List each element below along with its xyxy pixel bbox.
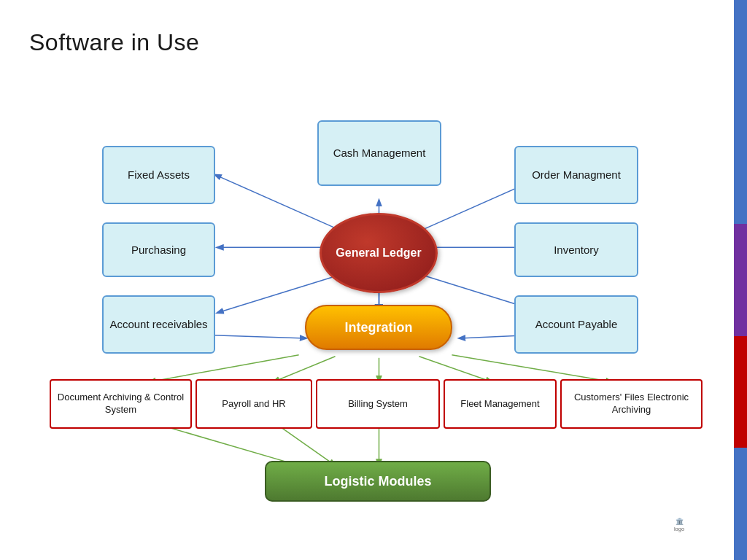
account-payable-box: Account Payable <box>514 295 638 354</box>
doc-archiving-box: Document Archiving & Control System <box>50 379 192 429</box>
inventory-box: Inventory <box>514 222 638 277</box>
fixed-assets-box: Fixed Assets <box>102 146 215 204</box>
purchasing-box: Purchasing <box>102 222 215 277</box>
order-management-box: Order Managment <box>514 146 638 204</box>
billing-box: Billing System <box>316 379 440 429</box>
fleet-box: Fleet Management <box>444 379 557 429</box>
svg-line-11 <box>419 357 492 382</box>
logo-area: 🏛️logo <box>650 510 708 540</box>
svg-line-9 <box>274 357 336 382</box>
sidebar-decoration <box>734 0 747 560</box>
payroll-hr-box: Payroll and HR <box>196 379 312 429</box>
integration-pill: Integration <box>305 305 452 350</box>
general-ledger-ellipse: General Ledger <box>320 213 438 293</box>
cash-management-box: Cash Management <box>317 120 441 186</box>
page-title: Software in Use <box>29 29 199 56</box>
customers-files-box: Customers' Files Electronic Archiving <box>560 379 703 429</box>
diagram-container: Fixed Assets Cash Management Order Manag… <box>29 80 729 545</box>
logistic-modules-pill: Logistic Modules <box>265 461 491 502</box>
svg-line-8 <box>150 355 299 382</box>
account-receivables-box: Account receivables <box>102 295 215 354</box>
logo: 🏛️logo <box>674 518 684 532</box>
svg-line-12 <box>452 355 612 382</box>
